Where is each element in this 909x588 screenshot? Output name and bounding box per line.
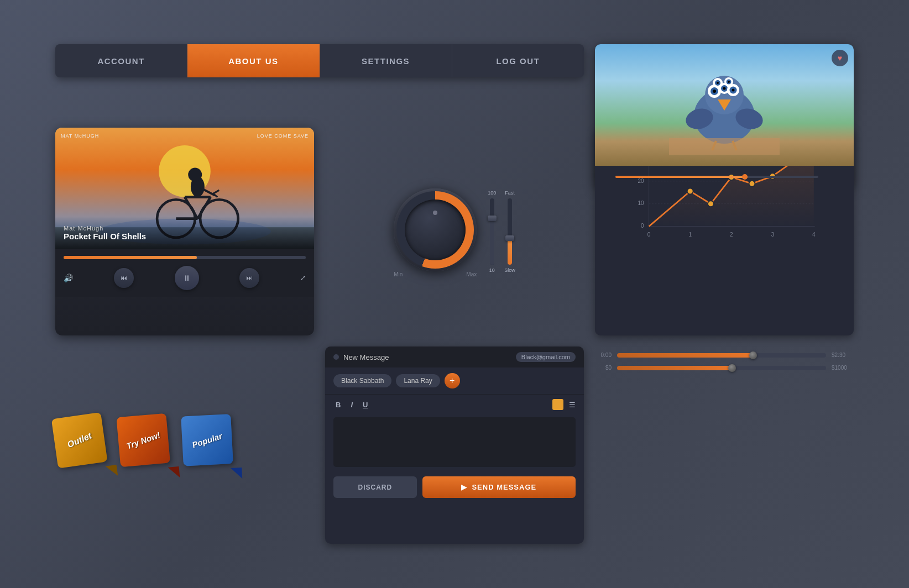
send-message-button[interactable]: ▶ SEND MESSAGE: [422, 476, 576, 498]
main-container: ACCOUNT ABOUT US SETTINGS LOG OUT: [0, 0, 909, 588]
slider-left-fill: [490, 218, 494, 265]
album-art: MAT McHUGH LOVE COME SAVE Mat McHugh Poc…: [55, 128, 314, 249]
slider-right-fill: [508, 238, 512, 265]
slider-right: Fast Slow: [504, 190, 515, 273]
send-arrow-icon: ▶: [461, 483, 467, 491]
video-progress-fill: [615, 176, 748, 178]
outlet-ribbon[interactable]: Outlet: [51, 411, 114, 479]
msg-status-dot: [333, 354, 339, 360]
slider-right-thumb: [505, 235, 514, 241]
outlet-ribbon-fold: [106, 465, 118, 477]
knob-wrapper: Min Max: [394, 186, 477, 277]
knob-dot: [433, 211, 437, 215]
nav-account[interactable]: ACCOUNT: [55, 44, 187, 77]
svg-text:20: 20: [638, 177, 644, 183]
svg-rect-21: [669, 138, 780, 155]
video-progress-bar[interactable]: [615, 176, 818, 178]
popular-ribbon[interactable]: Popular: [181, 413, 239, 477]
svg-point-18: [728, 81, 730, 83]
slider-right-top-label: Fast: [505, 190, 515, 196]
svg-text:0: 0: [647, 231, 651, 237]
track-title: Pocket Full Of Shells: [64, 232, 306, 241]
italic-button[interactable]: I: [348, 400, 355, 410]
svg-point-15: [717, 82, 719, 84]
msg-actions: DISCARD ▶ SEND MESSAGE: [325, 470, 584, 505]
msg-header-title: New Message: [343, 353, 389, 361]
discard-button[interactable]: DISCARD: [333, 476, 417, 498]
svg-point-9: [723, 87, 726, 90]
msg-header-left: New Message: [333, 353, 389, 361]
svg-point-12: [732, 89, 735, 92]
rewind-button[interactable]: ⏮: [114, 268, 134, 288]
nav-bar: ACCOUNT ABOUT US SETTINGS LOG OUT: [55, 44, 584, 77]
popular-label: Popular: [191, 431, 223, 449]
album-info-overlay: Mat McHugh Pocket Full Of Shells: [55, 217, 314, 249]
video-heart-btn[interactable]: ♥: [832, 50, 848, 66]
message-body-input[interactable]: [333, 417, 576, 467]
price-slider-track[interactable]: [617, 366, 826, 370]
slider-right-track[interactable]: [508, 198, 512, 265]
music-controls: 🔊 ⏮ ⏸ ⏭ ⤢: [55, 249, 314, 297]
video-screen: ♥: [595, 44, 854, 166]
album-title-label: LOVE COME SAVE: [257, 133, 309, 139]
add-recipient-button[interactable]: +: [445, 373, 460, 389]
svg-text:3: 3: [771, 231, 774, 237]
color-swatch[interactable]: [552, 399, 563, 410]
msg-header: New Message Black@gmail.com: [325, 347, 584, 368]
align-icon[interactable]: ☰: [569, 401, 576, 409]
msg-toolbar: B I U ☰: [325, 394, 584, 414]
volume-icon[interactable]: 🔊: [64, 274, 73, 282]
nav-about-us[interactable]: ABOUT US: [187, 44, 320, 77]
popular-ribbon-fold: [231, 468, 242, 479]
vertical-sliders: 100 10 Fast Slow: [488, 190, 515, 273]
svg-point-55: [708, 201, 714, 207]
trynow-label: Try Now!: [125, 429, 161, 450]
svg-text:2: 2: [730, 231, 733, 237]
price-slider-right-label: $1000: [832, 365, 854, 371]
forward-button[interactable]: ⏭: [239, 268, 259, 288]
video-thumbnail: [595, 44, 854, 166]
svg-point-33: [188, 167, 202, 181]
trynow-ribbon-fold: [168, 466, 180, 479]
video-progress-thumb: [742, 174, 748, 180]
sliders-row: 0:00 $2:30 $0 $1000: [595, 347, 854, 544]
recipient-1[interactable]: Black Sabbath: [333, 374, 391, 387]
bold-button[interactable]: B: [333, 400, 343, 410]
slider-left-thumb: [488, 216, 497, 221]
knob-inner: [405, 200, 466, 260]
knob-min-max: Min Max: [394, 271, 477, 277]
nav-logout[interactable]: LOG OUT: [452, 44, 584, 77]
time-slider-track[interactable]: [617, 353, 826, 358]
slider-left-track[interactable]: [490, 198, 494, 265]
svg-text:1: 1: [688, 231, 692, 237]
volume-knob[interactable]: [394, 188, 477, 271]
time-slider-fill: [617, 353, 753, 358]
price-slider-fill: [617, 366, 732, 370]
recipient-2[interactable]: Lana Ray: [396, 374, 440, 387]
pause-button[interactable]: ⏸: [175, 266, 199, 290]
underline-button[interactable]: U: [361, 400, 370, 410]
nav-settings[interactable]: SETTINGS: [320, 44, 452, 77]
playback-buttons: 🔊 ⏮ ⏸ ⏭ ⤢: [64, 266, 306, 290]
svg-point-6: [713, 90, 716, 93]
slider-right-bottom-label: Slow: [504, 267, 515, 273]
track-progress-bar[interactable]: [64, 256, 306, 259]
trynow-ribbon[interactable]: Try Now!: [116, 413, 176, 478]
album-artist-label: MAT McHUGH: [61, 133, 99, 139]
expand-icon[interactable]: ⤢: [300, 274, 306, 282]
msg-to-email: Black@gmail.com: [516, 352, 576, 362]
knob-max-label: Max: [466, 271, 477, 277]
slider-left-top-label: 100: [488, 190, 496, 196]
svg-point-54: [687, 188, 693, 194]
knob-area: Min Max 100 10 Fast: [325, 128, 584, 336]
time-slider-right-label: $2:30: [832, 352, 854, 358]
time-slider-row: 0:00 $2:30: [595, 352, 854, 358]
price-slider-thumb: [728, 364, 736, 372]
knob-min-label: Min: [394, 271, 403, 277]
svg-text:0: 0: [641, 223, 644, 229]
track-progress-fill: [64, 256, 197, 259]
artist-name: Mat McHugh: [64, 225, 306, 232]
slider-group: 100 10 Fast Slow: [488, 190, 515, 273]
music-player: MAT McHUGH LOVE COME SAVE Mat McHugh Poc…: [55, 128, 314, 336]
slider-left: 100 10: [488, 190, 496, 273]
